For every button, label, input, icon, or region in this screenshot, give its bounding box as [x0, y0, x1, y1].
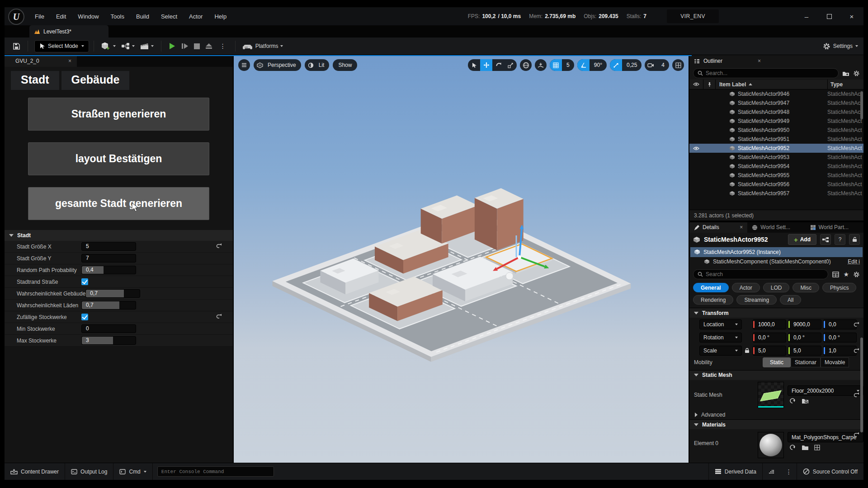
- display-options-icon[interactable]: [832, 272, 839, 277]
- static-mesh-dropdown[interactable]: Floor_2000x2000: [788, 385, 863, 396]
- mobility-option-movable[interactable]: Movable: [821, 357, 849, 367]
- outliner-close-icon[interactable]: ×: [758, 58, 761, 64]
- instance-row[interactable]: StaticMeshActor9952 (Instance): [690, 247, 863, 257]
- scale-dropdown[interactable]: Scale: [699, 346, 742, 356]
- outliner-row[interactable]: StaticMeshActor9949StaticMeshAct: [689, 117, 863, 126]
- select-tool-button[interactable]: [468, 59, 480, 71]
- material-thumbnail[interactable]: [758, 432, 784, 458]
- filter-chip-lod[interactable]: LOD: [763, 283, 790, 292]
- type-column[interactable]: Type: [827, 80, 863, 89]
- filter-chip-physics[interactable]: Physics: [822, 283, 856, 292]
- static-mesh-thumbnail[interactable]: [758, 382, 784, 408]
- move-tool-button[interactable]: [480, 59, 492, 71]
- rotation-dropdown[interactable]: Rotation: [699, 333, 742, 343]
- play-options-dots[interactable]: ⋮: [215, 42, 231, 50]
- category-tab-gebäude[interactable]: Gebäude: [61, 71, 130, 90]
- static-mesh-section-header[interactable]: Static Mesh: [689, 370, 863, 380]
- tab-world-partition[interactable]: World Part...: [806, 222, 863, 233]
- play-button[interactable]: [166, 39, 179, 53]
- unlock-icon[interactable]: [849, 234, 860, 245]
- derived-data-button[interactable]: Derived Data: [708, 463, 762, 480]
- select-mode-dropdown[interactable]: Select Mode: [34, 40, 89, 52]
- param-field[interactable]: 5: [81, 242, 136, 251]
- content-drawer-button[interactable]: Content Drawer: [5, 463, 65, 480]
- axis-value-field[interactable]: 5,0: [788, 346, 821, 356]
- details-settings-icon[interactable]: [853, 271, 860, 278]
- action-button-3[interactable]: gesamte Stadt generieren: [28, 187, 209, 220]
- show-dropdown[interactable]: Show: [333, 59, 357, 71]
- location-dropdown[interactable]: Location: [699, 319, 742, 329]
- transform-section-header[interactable]: Transform: [689, 308, 863, 318]
- eject-button[interactable]: [203, 39, 215, 53]
- perspective-dropdown[interactable]: Perspective: [254, 59, 301, 71]
- outliner-row[interactable]: StaticMeshActor9951StaticMeshAct: [689, 135, 863, 144]
- category-tab-stadt[interactable]: Stadt: [11, 71, 59, 90]
- axis-value-field[interactable]: 1,0: [823, 346, 857, 356]
- save-button[interactable]: [10, 39, 23, 53]
- blueprint-convert-icon[interactable]: [820, 234, 831, 245]
- menu-item-actor[interactable]: Actor: [183, 7, 208, 25]
- camera-speed-control[interactable]: 4: [645, 59, 669, 71]
- use-selected-asset-icon[interactable]: [789, 398, 796, 404]
- platforms-dropdown[interactable]: +o Platforms: [240, 39, 286, 53]
- browse-to-asset-icon[interactable]: [802, 398, 809, 404]
- reset-material-icon[interactable]: [854, 432, 860, 437]
- pin-column-icon[interactable]: [703, 80, 716, 89]
- axis-value-field[interactable]: 0,0: [823, 319, 857, 329]
- new-folder-icon[interactable]: [842, 70, 849, 76]
- reset-transform-icon[interactable]: [854, 322, 860, 327]
- blueprints-dropdown[interactable]: [118, 39, 137, 53]
- cmd-dropdown[interactable]: Cmd: [113, 463, 152, 480]
- advanced-row[interactable]: Advanced: [689, 410, 863, 420]
- tab-world-settings[interactable]: World Sett...: [747, 222, 805, 233]
- param-field[interactable]: 7: [81, 254, 136, 263]
- plugin-tab-close-icon[interactable]: ×: [68, 58, 71, 64]
- output-log-button[interactable]: Output Log: [65, 463, 113, 480]
- console-command-input[interactable]: [161, 469, 270, 474]
- material-grid-icon[interactable]: [814, 444, 820, 450]
- outliner-search-input[interactable]: [706, 70, 834, 76]
- details-close-icon[interactable]: ×: [740, 224, 743, 230]
- grid-snap-control[interactable]: 5: [550, 59, 574, 71]
- visibility-eye-icon[interactable]: [689, 146, 703, 150]
- outliner-row[interactable]: StaticMeshActor9954StaticMeshAct: [689, 162, 863, 171]
- maximize-viewport-button[interactable]: [672, 59, 684, 71]
- level-tab[interactable]: LevelTest3*: [29, 25, 108, 38]
- tab-details[interactable]: Details ×: [689, 222, 747, 233]
- param-field[interactable]: 0: [81, 324, 136, 333]
- mobility-option-static[interactable]: Static: [763, 357, 791, 367]
- status-more-dots[interactable]: ⋮: [781, 468, 797, 475]
- menu-item-help[interactable]: Help: [208, 7, 232, 25]
- lit-dropdown[interactable]: Lit: [305, 59, 330, 71]
- settings-dropdown[interactable]: Settings: [823, 42, 858, 50]
- level-viewport[interactable]: Perspective Lit Show: [234, 55, 689, 463]
- skip-button[interactable]: [179, 39, 191, 53]
- environment-button[interactable]: VIR_ENV: [667, 9, 719, 23]
- edit-in-blueprint-link[interactable]: Edit i: [848, 258, 860, 265]
- outliner-row[interactable]: StaticMeshActor9957StaticMeshAct: [689, 189, 863, 198]
- item-label-column[interactable]: Item Label: [716, 81, 827, 88]
- axis-value-field[interactable]: 0,0 °: [788, 333, 821, 343]
- details-scrollbar[interactable]: [860, 338, 863, 432]
- resource-usage-button[interactable]: [762, 463, 781, 480]
- plugin-tab[interactable]: GVU_2_0 ×: [5, 55, 77, 67]
- help-icon[interactable]: ?: [835, 234, 845, 245]
- param-checkbox[interactable]: [81, 314, 88, 320]
- visibility-column-icon[interactable]: [689, 82, 703, 86]
- reset-to-default-icon[interactable]: [216, 243, 222, 249]
- source-control-button[interactable]: Source Control Off: [797, 463, 863, 480]
- details-search[interactable]: [693, 269, 828, 279]
- filter-chip-general[interactable]: General: [693, 283, 729, 292]
- menu-item-edit[interactable]: Edit: [50, 7, 72, 25]
- favorites-star-icon[interactable]: ★: [843, 271, 849, 278]
- stadt-section-header[interactable]: Stadt: [5, 230, 233, 241]
- axis-value-field[interactable]: 9000,0: [788, 319, 821, 329]
- outliner-row[interactable]: StaticMeshActor9952StaticMeshAct: [689, 144, 863, 153]
- add-component-button[interactable]: +Add: [788, 234, 816, 245]
- outliner-row[interactable]: StaticMeshActor9953StaticMeshAct: [689, 153, 863, 162]
- rotation-snap-control[interactable]: 90°: [577, 59, 607, 71]
- surface-snap-button[interactable]: [535, 59, 547, 71]
- scale-snap-control[interactable]: 0,25: [610, 59, 642, 71]
- filter-chip-all[interactable]: All: [780, 295, 801, 305]
- world-space-button[interactable]: [520, 59, 532, 71]
